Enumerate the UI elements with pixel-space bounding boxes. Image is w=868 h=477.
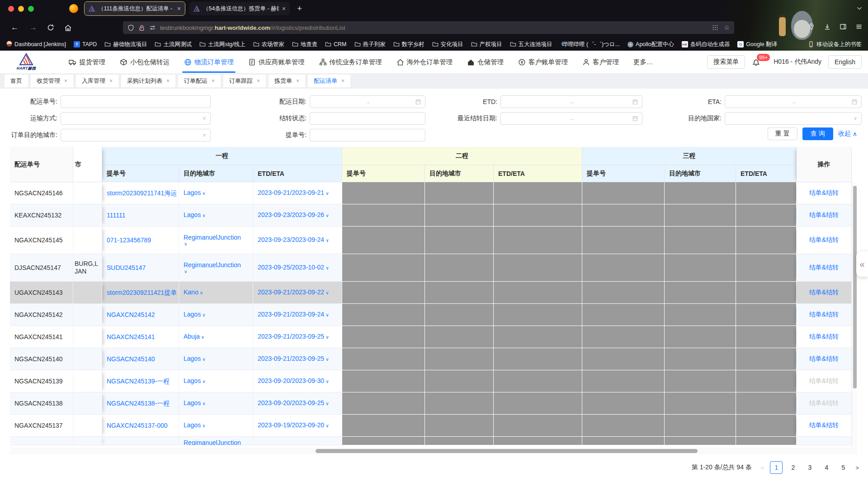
bl-link[interactable]: NGAXCN245142 — [107, 311, 155, 319]
search-menu-button[interactable]: 搜索菜单 — [707, 55, 745, 69]
filter-daterange-input[interactable]: → — [500, 112, 642, 125]
url-bar[interactable]: testtrunkbookingmgr.hart-worldwide.com/#… — [123, 21, 734, 34]
work-tab-首页[interactable]: 首页 — [5, 75, 28, 87]
work-tab-配运清单[interactable]: 配运清单× — [308, 75, 350, 87]
nav-item-海外仓订单管理[interactable]: 海外仓订单管理 — [396, 58, 453, 66]
query-button[interactable]: 查 询 — [802, 128, 833, 140]
city-link[interactable]: Lagos∨ — [184, 189, 205, 198]
insecure-lock-icon[interactable] — [138, 24, 145, 31]
back-button[interactable]: ← — [11, 23, 19, 32]
window-close-button[interactable] — [8, 6, 14, 12]
etd-eta-link[interactable]: 2023-09-21/2023-09-21∨ — [258, 189, 329, 198]
bookmark-item[interactable]: 安化项目 — [432, 41, 463, 48]
settle-transfer-link[interactable]: 结单&结转 — [809, 421, 839, 430]
bl-link[interactable]: NGSACN245139-一程 — [107, 377, 170, 385]
page-button-4[interactable]: 4 — [820, 461, 833, 474]
settle-transfer-link[interactable]: 结单&结转 — [809, 311, 839, 319]
etd-eta-link[interactable]: 2023-09-20/2023-09-25∨ — [258, 399, 329, 408]
city-link[interactable]: Lagos∨ — [184, 354, 205, 364]
work-tab-收货管理[interactable]: 收货管理× — [31, 75, 73, 87]
city-link[interactable]: RegimanuelJunction∨ — [184, 261, 241, 274]
new-tab-button[interactable]: + — [297, 4, 302, 14]
bookmark-item[interactable]: 五大连池项目 — [510, 41, 552, 48]
etd-eta-link[interactable]: 2023-09-21/2023-09-22∨ — [258, 288, 329, 297]
vertical-scrollbar-thumb[interactable] — [853, 186, 857, 388]
tracking-shield-icon[interactable] — [127, 24, 134, 31]
settle-transfer-link[interactable]: 结单&结转 — [809, 236, 839, 244]
side-drawer-toggle[interactable]: « — [856, 251, 868, 277]
etd-eta-link[interactable]: 2023-09-19/2023-09-20∨ — [258, 421, 329, 430]
bookmark-item[interactable]: 数字乡村 — [393, 41, 425, 48]
bookmark-item[interactable]: 土流网测试 — [155, 41, 192, 48]
pin-extension-icon[interactable] — [808, 23, 815, 30]
home-button[interactable] — [64, 24, 72, 32]
filter-text-input[interactable] — [310, 112, 425, 125]
city-link[interactable]: RegimanuelJunction — [184, 439, 241, 445]
page-button-2[interactable]: 2 — [787, 461, 799, 474]
bookmark-item[interactable]: Google 翻译 — [737, 41, 777, 48]
settle-transfer-link[interactable]: 结单&结转 — [809, 355, 839, 363]
nav-item-物流订单管理[interactable]: 物流订单管理 — [184, 58, 234, 66]
bl-link[interactable]: SUDU245147 — [107, 264, 146, 272]
filter-daterange-input[interactable]: → — [725, 95, 862, 108]
work-tab-订单配运[interactable]: 订单配运× — [178, 75, 221, 87]
forward-button[interactable]: → — [29, 23, 37, 32]
nav-item-传统业务订单管理[interactable]: 传统业务订单管理 — [319, 58, 382, 66]
work-tab-订单跟踪[interactable]: 订单跟踪× — [223, 75, 266, 87]
horizontal-scrollbar[interactable] — [10, 448, 857, 454]
city-link[interactable]: Lagos∨ — [184, 377, 205, 386]
city-link[interactable]: Lagos∨ — [184, 211, 205, 220]
bookmark-item[interactable]: Dashboard [Jenkins] — [6, 41, 66, 48]
nav-item-提货管理[interactable]: 提货管理 — [69, 58, 105, 66]
nav-item-小包仓储转运[interactable]: 小包仓储转运 — [120, 58, 170, 66]
bookmark-item[interactable]: CRM — [325, 41, 346, 47]
vertical-scrollbar[interactable] — [852, 182, 857, 447]
settle-transfer-link[interactable]: 结单&结转 — [809, 211, 839, 219]
bookmark-item[interactable]: 农场管家 — [253, 41, 284, 48]
bl-link[interactable]: 111111 — [107, 211, 126, 219]
bookmark-item[interactable]: 土流网stg/线上 — [199, 41, 245, 48]
bookmark-item[interactable]: 赫德物流项目 — [104, 41, 147, 48]
bl-link[interactable]: NGAXCN245141 — [107, 333, 155, 341]
tab-close-icon[interactable]: × — [166, 78, 170, 84]
filter-text-input[interactable] — [61, 95, 211, 108]
bookmark-item[interactable]: Apollo配置中心 — [627, 41, 674, 48]
window-minimize-button[interactable] — [18, 6, 24, 12]
etd-eta-link[interactable]: 2023-09-23/2023-09-24∨ — [258, 236, 329, 245]
collapse-link[interactable]: 收起 ∧ — [838, 130, 857, 138]
tab-overflow-chevron-icon[interactable] — [856, 5, 863, 11]
browser-tab-active[interactable]: （111条推送信息）配运清单 - 赫德 × — [85, 2, 185, 15]
tab-close-icon[interactable]: × — [64, 78, 67, 84]
language-button[interactable]: English — [828, 55, 862, 69]
etd-eta-link[interactable]: 2023-09-21/2023-09-25∨ — [258, 332, 329, 341]
nav-item-供应商账单管理[interactable]: 供应商账单管理 — [248, 58, 305, 66]
city-link[interactable]: Kano∨ — [184, 288, 203, 297]
city-link[interactable]: RegimanuelJunction∨ — [184, 233, 241, 247]
bl-link[interactable]: storm202309211741海运 — [107, 189, 177, 197]
bl-link[interactable]: 071-123456789 — [107, 236, 151, 244]
bookmark-item[interactable]: 地查查 — [292, 41, 318, 48]
bl-link[interactable]: storm202309211421提单 — [107, 288, 177, 297]
etd-eta-link[interactable]: 2023-09-20/2023-09-30∨ — [258, 377, 329, 386]
bookmark-item[interactable]: 产权项目 — [471, 41, 502, 48]
bookmark-item[interactable]: 条码自动生成器 — [682, 41, 730, 48]
window-zoom-button[interactable] — [28, 6, 34, 12]
filter-select-input[interactable]: ∨ — [61, 129, 211, 142]
filter-select-input[interactable]: ∨ — [61, 112, 211, 125]
url-text[interactable]: testtrunkbookingmgr.hart-worldwide.com/#… — [160, 24, 712, 31]
sidebar-toggle-icon[interactable] — [840, 23, 847, 30]
bl-link[interactable]: NGSACN245140 — [107, 355, 155, 363]
tab-close-icon[interactable]: × — [212, 78, 215, 84]
tab-close-icon[interactable]: × — [109, 78, 113, 84]
city-link[interactable]: Lagos∨ — [184, 310, 205, 319]
tab-close-icon[interactable]: × — [296, 78, 299, 84]
bookmark-item[interactable]: 哔哩哔哩 (゜-゜)つロ... — [560, 41, 620, 48]
page-button-1[interactable]: 1 — [770, 461, 783, 474]
downloads-icon[interactable] — [824, 23, 831, 30]
hart-logo[interactable]: HART赫德 — [12, 53, 41, 71]
settle-transfer-link[interactable]: 结单&结转 — [809, 189, 839, 197]
prev-page-icon[interactable]: < — [759, 464, 766, 471]
nav-item-客户管理[interactable]: 客户管理 — [582, 58, 619, 66]
filter-text-input[interactable] — [310, 129, 425, 142]
tab-close-icon[interactable]: × — [257, 78, 260, 84]
